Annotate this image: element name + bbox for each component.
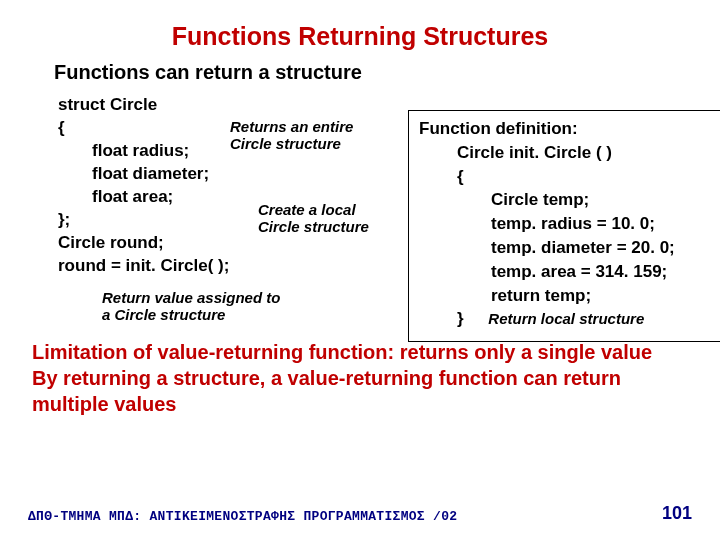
content-area: struct Circle { float radius; float diam…: [58, 94, 692, 339]
definition-header: Function definition:: [419, 119, 578, 138]
annotation-returns-entire: Returns an entire Circle structure: [230, 118, 353, 153]
footer-course-label: ΔΠΘ-ΤΜΗΜΑ ΜΠΔ: ΑΝΤΙΚΕΙΜΕΝΟΣΤΡΑΦΗΣ ΠΡΟΓΡΑ…: [28, 509, 457, 524]
annotation-line: Returns an entire: [230, 118, 353, 135]
annotation-line: Create a local: [258, 201, 356, 218]
footer: ΔΠΘ-ΤΜΗΜΑ ΜΠΔ: ΑΝΤΙΚΕΙΜΕΝΟΣΤΡΑΦΗΣ ΠΡΟΓΡΑ…: [28, 503, 692, 524]
code-line: float diameter;: [58, 163, 229, 186]
code-line: Circle init. Circle ( ): [419, 141, 720, 165]
code-line: Circle round;: [58, 233, 164, 252]
slide-title: Functions Returning Structures: [88, 22, 632, 51]
limitation-line: By returning a structure, a value-return…: [32, 367, 621, 415]
annotation-line: Return value assigned to: [102, 289, 280, 306]
page-number: 101: [662, 503, 692, 524]
code-line: temp. radius = 10. 0;: [419, 212, 720, 236]
code-line: round = init. Circle( );: [58, 256, 229, 275]
annotation-return-local: Return local structure: [468, 310, 644, 327]
function-definition-box: Function definition: Circle init. Circle…: [408, 110, 720, 342]
annotation-create-local: Create a local Circle structure: [258, 201, 369, 236]
code-line: {: [58, 118, 65, 137]
limitation-line: Limitation of value-returning function: …: [32, 341, 652, 363]
annotation-line: a Circle structure: [102, 306, 225, 323]
code-line: struct Circle: [58, 95, 157, 114]
code-line: return temp;: [419, 284, 720, 308]
annotation-line: Circle structure: [230, 135, 341, 152]
code-line: float radius;: [58, 140, 229, 163]
slide: Functions Returning Structures Functions…: [0, 0, 720, 540]
code-line: Circle temp;: [419, 188, 720, 212]
code-line: {: [419, 165, 720, 189]
code-line: temp. diameter = 20. 0;: [419, 236, 720, 260]
struct-code-block: struct Circle { float radius; float diam…: [58, 94, 229, 278]
code-line: };: [58, 210, 70, 229]
limitation-text: Limitation of value-returning function: …: [32, 339, 682, 417]
annotation-line: Circle structure: [258, 218, 369, 235]
code-line: temp. area = 314. 159;: [419, 260, 720, 284]
slide-subtitle: Functions can return a structure: [54, 61, 692, 84]
annotation-return-assigned: Return value assigned to a Circle struct…: [102, 289, 280, 324]
code-line: float area;: [58, 186, 229, 209]
code-line: } Return local structure: [419, 307, 720, 331]
